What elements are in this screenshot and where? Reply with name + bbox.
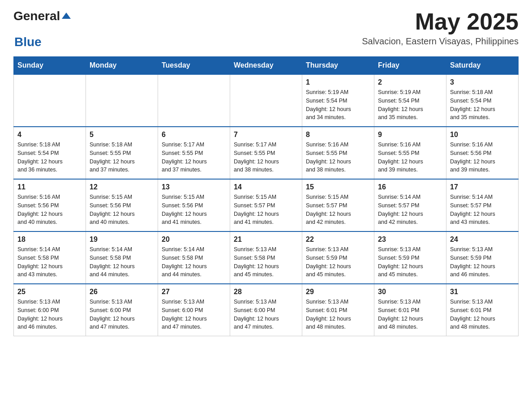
- calendar-cell: 18Sunrise: 5:14 AMSunset: 5:58 PMDayligh…: [14, 231, 86, 284]
- calendar-cell: 9Sunrise: 5:16 AMSunset: 5:55 PMDaylight…: [374, 127, 446, 179]
- day-info: Sunrise: 5:13 AMSunset: 5:59 PMDaylight:…: [306, 245, 370, 279]
- week-row: 4Sunrise: 5:18 AMSunset: 5:54 PMDaylight…: [14, 127, 519, 179]
- day-info: Sunrise: 5:13 AMSunset: 6:01 PMDaylight:…: [306, 298, 370, 331]
- logo: General: [13, 9, 72, 23]
- day-number: 1: [306, 78, 370, 86]
- day-info: Sunrise: 5:13 AMSunset: 5:59 PMDaylight:…: [378, 245, 442, 279]
- day-info: Sunrise: 5:18 AMSunset: 5:55 PMDaylight:…: [90, 141, 154, 174]
- calendar-cell: 17Sunrise: 5:14 AMSunset: 5:57 PMDayligh…: [446, 179, 519, 231]
- day-info: Sunrise: 5:18 AMSunset: 5:54 PMDaylight:…: [450, 88, 515, 122]
- logo-blue-text: Blue: [14, 35, 42, 49]
- day-number: 6: [162, 131, 226, 139]
- day-info: Sunrise: 5:13 AMSunset: 6:00 PMDaylight:…: [90, 298, 154, 331]
- day-number: 4: [17, 131, 82, 139]
- day-of-week-header: Monday: [86, 57, 158, 75]
- day-number: 12: [90, 183, 154, 191]
- calendar-cell: 2Sunrise: 5:19 AMSunset: 5:54 PMDaylight…: [374, 74, 446, 127]
- calendar-cell: 21Sunrise: 5:13 AMSunset: 5:58 PMDayligh…: [230, 231, 302, 284]
- day-info: Sunrise: 5:14 AMSunset: 5:58 PMDaylight:…: [17, 245, 82, 279]
- day-info: Sunrise: 5:14 AMSunset: 5:58 PMDaylight:…: [90, 245, 154, 279]
- day-info: Sunrise: 5:14 AMSunset: 5:57 PMDaylight:…: [450, 193, 515, 227]
- day-info: Sunrise: 5:13 AMSunset: 5:59 PMDaylight:…: [450, 245, 515, 279]
- calendar-cell: 26Sunrise: 5:13 AMSunset: 6:00 PMDayligh…: [86, 284, 158, 336]
- day-info: Sunrise: 5:14 AMSunset: 5:58 PMDaylight:…: [162, 245, 226, 279]
- day-info: Sunrise: 5:15 AMSunset: 5:57 PMDaylight:…: [306, 193, 370, 227]
- logo-icon: [61, 11, 72, 21]
- day-of-week-header: Wednesday: [230, 57, 302, 75]
- title-area: May 2025 Salvacion, Eastern Visayas, Phi…: [362, 9, 519, 47]
- day-number: 30: [378, 288, 442, 296]
- calendar-cell: 27Sunrise: 5:13 AMSunset: 6:00 PMDayligh…: [158, 284, 230, 336]
- day-number: 25: [17, 288, 82, 296]
- month-year-title: May 2025: [362, 9, 519, 34]
- day-number: 26: [90, 288, 154, 296]
- day-number: 19: [90, 235, 154, 244]
- calendar-cell: 19Sunrise: 5:14 AMSunset: 5:58 PMDayligh…: [86, 231, 158, 284]
- day-info: Sunrise: 5:16 AMSunset: 5:55 PMDaylight:…: [378, 141, 442, 174]
- day-info: Sunrise: 5:19 AMSunset: 5:54 PMDaylight:…: [306, 88, 370, 122]
- calendar-cell: 10Sunrise: 5:16 AMSunset: 5:56 PMDayligh…: [446, 127, 519, 179]
- day-info: Sunrise: 5:15 AMSunset: 5:56 PMDaylight:…: [90, 193, 154, 227]
- day-info: Sunrise: 5:13 AMSunset: 6:00 PMDaylight:…: [162, 298, 226, 331]
- day-of-week-header: Friday: [374, 57, 446, 75]
- calendar-header: SundayMondayTuesdayWednesdayThursdayFrid…: [14, 57, 519, 75]
- day-info: Sunrise: 5:16 AMSunset: 5:56 PMDaylight:…: [450, 141, 515, 174]
- day-number: 31: [450, 288, 515, 296]
- day-number: 5: [90, 131, 154, 139]
- day-number: 21: [234, 235, 298, 244]
- calendar-cell: [86, 74, 158, 127]
- day-of-week-header: Saturday: [446, 57, 519, 75]
- day-info: Sunrise: 5:15 AMSunset: 5:57 PMDaylight:…: [234, 193, 298, 227]
- day-info: Sunrise: 5:13 AMSunset: 6:00 PMDaylight:…: [17, 298, 82, 331]
- days-of-week-row: SundayMondayTuesdayWednesdayThursdayFrid…: [14, 57, 519, 75]
- day-number: 8: [306, 131, 370, 139]
- day-number: 24: [450, 235, 515, 244]
- day-info: Sunrise: 5:13 AMSunset: 6:01 PMDaylight:…: [450, 298, 515, 331]
- day-number: 20: [162, 235, 226, 244]
- calendar-body: 1Sunrise: 5:19 AMSunset: 5:54 PMDaylight…: [14, 74, 519, 336]
- day-of-week-header: Thursday: [302, 57, 374, 75]
- calendar-cell: [230, 74, 302, 127]
- day-number: 10: [450, 131, 515, 139]
- day-info: Sunrise: 5:16 AMSunset: 5:55 PMDaylight:…: [306, 141, 370, 174]
- day-info: Sunrise: 5:13 AMSunset: 5:58 PMDaylight:…: [234, 245, 298, 279]
- calendar-cell: 6Sunrise: 5:17 AMSunset: 5:55 PMDaylight…: [158, 127, 230, 179]
- calendar-cell: 11Sunrise: 5:16 AMSunset: 5:56 PMDayligh…: [14, 179, 86, 231]
- calendar-cell: 5Sunrise: 5:18 AMSunset: 5:55 PMDaylight…: [86, 127, 158, 179]
- day-number: 18: [17, 235, 82, 244]
- calendar-cell: 7Sunrise: 5:17 AMSunset: 5:55 PMDaylight…: [230, 127, 302, 179]
- day-number: 16: [378, 183, 442, 191]
- location-subtitle: Salvacion, Eastern Visayas, Philippines: [362, 36, 519, 47]
- day-number: 9: [378, 131, 442, 139]
- calendar-cell: 4Sunrise: 5:18 AMSunset: 5:54 PMDaylight…: [14, 127, 86, 179]
- day-info: Sunrise: 5:13 AMSunset: 6:01 PMDaylight:…: [378, 298, 442, 331]
- calendar-cell: 3Sunrise: 5:18 AMSunset: 5:54 PMDaylight…: [446, 74, 519, 127]
- calendar-cell: 12Sunrise: 5:15 AMSunset: 5:56 PMDayligh…: [86, 179, 158, 231]
- calendar-cell: 28Sunrise: 5:13 AMSunset: 6:00 PMDayligh…: [230, 284, 302, 336]
- day-number: 13: [162, 183, 226, 191]
- calendar-cell: 25Sunrise: 5:13 AMSunset: 6:00 PMDayligh…: [14, 284, 86, 336]
- day-info: Sunrise: 5:17 AMSunset: 5:55 PMDaylight:…: [162, 141, 226, 174]
- day-number: 11: [17, 183, 82, 191]
- day-info: Sunrise: 5:18 AMSunset: 5:54 PMDaylight:…: [17, 141, 82, 174]
- day-number: 7: [234, 131, 298, 139]
- day-info: Sunrise: 5:13 AMSunset: 6:00 PMDaylight:…: [234, 298, 298, 331]
- day-number: 22: [306, 235, 370, 244]
- logo-general-text: General: [13, 9, 60, 23]
- calendar-cell: 13Sunrise: 5:15 AMSunset: 5:56 PMDayligh…: [158, 179, 230, 231]
- calendar-cell: 30Sunrise: 5:13 AMSunset: 6:01 PMDayligh…: [374, 284, 446, 336]
- day-of-week-header: Tuesday: [158, 57, 230, 75]
- day-number: 14: [234, 183, 298, 191]
- calendar-cell: [158, 74, 230, 127]
- week-row: 11Sunrise: 5:16 AMSunset: 5:56 PMDayligh…: [14, 179, 519, 231]
- day-number: 29: [306, 288, 370, 296]
- day-info: Sunrise: 5:17 AMSunset: 5:55 PMDaylight:…: [234, 141, 298, 174]
- day-info: Sunrise: 5:15 AMSunset: 5:56 PMDaylight:…: [162, 193, 226, 227]
- calendar-cell: 1Sunrise: 5:19 AMSunset: 5:54 PMDaylight…: [302, 74, 374, 127]
- day-number: 28: [234, 288, 298, 296]
- day-number: 3: [450, 78, 515, 86]
- calendar-cell: 14Sunrise: 5:15 AMSunset: 5:57 PMDayligh…: [230, 179, 302, 231]
- calendar-cell: 29Sunrise: 5:13 AMSunset: 6:01 PMDayligh…: [302, 284, 374, 336]
- day-of-week-header: Sunday: [14, 57, 86, 75]
- calendar-cell: 8Sunrise: 5:16 AMSunset: 5:55 PMDaylight…: [302, 127, 374, 179]
